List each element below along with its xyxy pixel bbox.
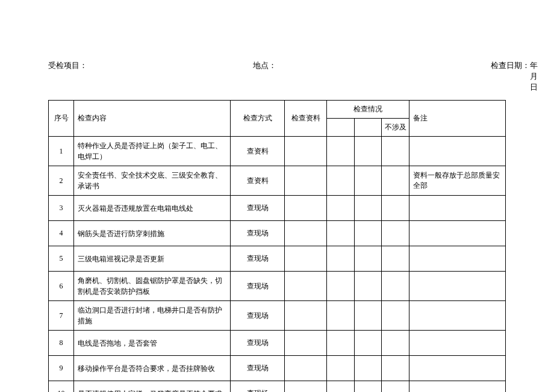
cell-seq: 4 — [49, 221, 74, 246]
cell-content: 电线是否拖地，是否套管 — [74, 331, 231, 356]
cell-seq: 9 — [49, 356, 74, 381]
cell-situ-1 — [327, 272, 355, 301]
col-situation-sub3: 不涉及 — [382, 119, 409, 137]
cell-seq: 8 — [49, 331, 74, 356]
cell-situ-2 — [354, 301, 382, 331]
cell-method: 查资料 — [231, 137, 285, 166]
cell-method: 查现场 — [231, 272, 285, 301]
cell-situ-2 — [354, 196, 382, 221]
cell-situ-3 — [382, 221, 409, 246]
cell-situ-1 — [327, 246, 355, 272]
cell-content: 特种作业人员是否持证上岗（架子工、电工、电焊工） — [74, 137, 231, 166]
cell-situ-1 — [327, 196, 355, 221]
cell-material — [285, 381, 327, 393]
inspection-table: 序号 检查内容 检查方式 检查资料 检查情况 备注 不涉及 1特种作业人员是否持… — [48, 100, 506, 392]
cell-situ-2 — [354, 272, 382, 301]
cell-situ-3 — [382, 356, 409, 381]
cell-situ-1 — [327, 331, 355, 356]
table-row: 7临边洞口是否进行封堵，电梯井口是否有防护措施查现场 — [49, 301, 506, 331]
cell-content: 灭火器箱是否违规放置在电箱电线处 — [74, 196, 231, 221]
cell-seq: 2 — [49, 166, 74, 196]
cell-seq: 6 — [49, 272, 74, 301]
table-row: 1特种作业人员是否持证上岗（架子工、电工、电焊工）查资料 — [49, 137, 506, 166]
cell-material — [285, 196, 327, 221]
cell-content: 安全责任书、安全技术交底、三级安全教育、承诺书 — [74, 166, 231, 196]
cell-method: 查资料 — [231, 166, 285, 196]
cell-material — [285, 166, 327, 196]
cell-content: 角磨机、切割机、圆盘锯防护罩是否缺失，切割机是否安装防护挡板 — [74, 272, 231, 301]
cell-situ-1 — [327, 221, 355, 246]
col-material: 检查资料 — [285, 101, 327, 137]
cell-content: 临边洞口是否进行封堵，电梯井口是否有防护措施 — [74, 301, 231, 331]
cell-material — [285, 301, 327, 331]
col-method: 检查方式 — [231, 101, 285, 137]
col-situation-sub1 — [327, 119, 355, 137]
cell-situ-2 — [354, 166, 382, 196]
col-content: 检查内容 — [74, 101, 231, 137]
cell-method: 查现场 — [231, 221, 285, 246]
cell-seq: 5 — [49, 246, 74, 272]
table-row: 5三级电箱巡视记录是否更新查现场 — [49, 246, 506, 272]
cell-material — [285, 137, 327, 166]
cell-situ-3 — [382, 137, 409, 166]
cell-situ-2 — [354, 137, 382, 166]
cell-situ-1 — [327, 166, 355, 196]
col-situation-sub2 — [354, 119, 382, 137]
cell-seq: 3 — [49, 196, 74, 221]
table-row: 4钢筋头是否进行防穿刺措施查现场 — [49, 221, 506, 246]
cell-method: 查现场 — [231, 246, 285, 272]
cell-content: 钢筋头是否进行防穿刺措施 — [74, 221, 231, 246]
cell-situ-3 — [382, 246, 409, 272]
cell-content: 移动操作平台是否符合要求，是否挂牌验收 — [74, 356, 231, 381]
cell-remark: 资料一般存放于总部质量安全部 — [409, 166, 506, 196]
cell-situ-2 — [354, 331, 382, 356]
location-label: 地点： — [253, 60, 464, 93]
cell-situ-3 — [382, 301, 409, 331]
cell-situ-3 — [382, 331, 409, 356]
cell-content: 三级电箱巡视记录是否更新 — [74, 246, 231, 272]
cell-situ-2 — [354, 381, 382, 393]
cell-situ-2 — [354, 356, 382, 381]
cell-situ-2 — [354, 246, 382, 272]
cell-material — [285, 356, 327, 381]
col-seq: 序号 — [49, 101, 74, 137]
cell-seq: 10 — [49, 381, 74, 393]
table-row: 6角磨机、切割机、圆盘锯防护罩是否缺失，切割机是否安装防护挡板查现场 — [49, 272, 506, 301]
cell-situ-3 — [382, 272, 409, 301]
cell-situ-3 — [382, 381, 409, 393]
cell-content: 是否违规使用人字梯，马凳高度是否符合要求 — [74, 381, 231, 393]
table-row: 10是否违规使用人字梯，马凳高度是否符合要求查现场 — [49, 381, 506, 393]
table-row: 2安全责任书、安全技术交底、三级安全教育、承诺书查资料资料一般存放于总部质量安全… — [49, 166, 506, 196]
cell-material — [285, 331, 327, 356]
form-header: 受检项目： 地点： 检查日期： 年月日 — [48, 60, 506, 93]
cell-remark — [409, 196, 506, 221]
col-situation: 检查情况 — [327, 101, 409, 119]
cell-situ-1 — [327, 356, 355, 381]
cell-remark — [409, 301, 506, 331]
cell-remark — [409, 331, 506, 356]
cell-situ-1 — [327, 381, 355, 393]
cell-method: 查现场 — [231, 381, 285, 393]
table-row: 8电线是否拖地，是否套管查现场 — [49, 331, 506, 356]
table-row: 3灭火器箱是否违规放置在电箱电线处查现场 — [49, 196, 506, 221]
cell-situ-1 — [327, 137, 355, 166]
date-suffix: 年月日 — [530, 60, 538, 93]
cell-method: 查现场 — [231, 331, 285, 356]
project-label: 受检项目： — [48, 60, 253, 93]
cell-remark — [409, 356, 506, 381]
cell-situ-3 — [382, 196, 409, 221]
cell-method: 查现场 — [231, 301, 285, 331]
cell-method: 查现场 — [231, 196, 285, 221]
cell-remark — [409, 381, 506, 393]
cell-seq: 1 — [49, 137, 74, 166]
cell-remark — [409, 221, 506, 246]
cell-situ-1 — [327, 301, 355, 331]
cell-material — [285, 246, 327, 272]
cell-material — [285, 272, 327, 301]
date-label: 检查日期： — [464, 60, 530, 93]
cell-seq: 7 — [49, 301, 74, 331]
cell-method: 查现场 — [231, 356, 285, 381]
cell-remark — [409, 246, 506, 272]
cell-material — [285, 221, 327, 246]
cell-remark — [409, 137, 506, 166]
